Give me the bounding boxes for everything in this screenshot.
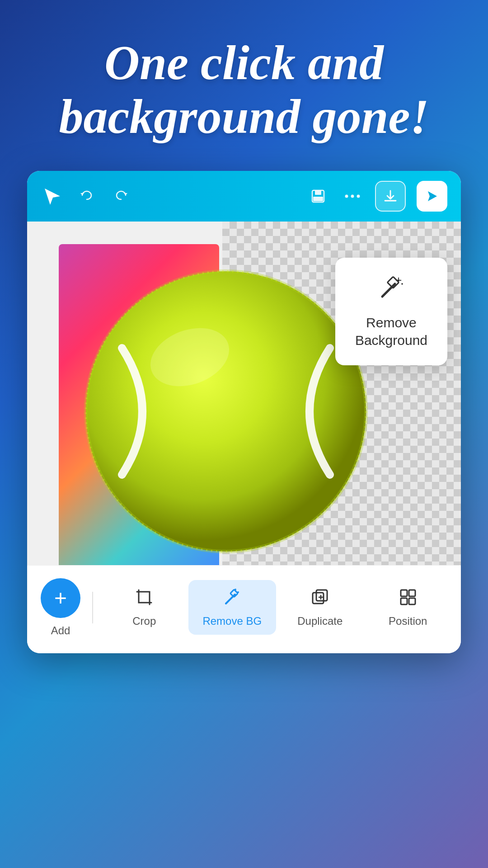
tennis-ball-image bbox=[72, 258, 380, 565]
svg-rect-31 bbox=[401, 598, 407, 604]
svg-point-16 bbox=[397, 279, 399, 281]
svg-point-26 bbox=[235, 589, 236, 590]
svg-marker-0 bbox=[45, 189, 60, 205]
svg-rect-4 bbox=[315, 190, 321, 195]
svg-rect-32 bbox=[409, 598, 415, 604]
app-toolbar bbox=[27, 171, 461, 222]
svg-point-21 bbox=[401, 283, 403, 285]
remove-bg-tool[interactable]: Remove BG bbox=[188, 580, 277, 635]
crop-tool[interactable]: Crop bbox=[100, 580, 188, 635]
svg-marker-2 bbox=[124, 193, 127, 195]
app-logo bbox=[41, 184, 64, 208]
crop-label: Crop bbox=[132, 615, 156, 627]
bottom-toolbar: + Add Crop bbox=[27, 565, 461, 653]
more-button[interactable] bbox=[341, 184, 364, 208]
svg-point-6 bbox=[345, 194, 348, 198]
redo-button[interactable] bbox=[109, 184, 133, 208]
hero-title-line1: One click and bbox=[104, 36, 384, 90]
add-label: Add bbox=[51, 624, 70, 637]
send-button[interactable] bbox=[417, 181, 447, 212]
svg-marker-9 bbox=[428, 191, 437, 201]
duplicate-tool[interactable]: Duplicate bbox=[276, 580, 364, 635]
hero-section: One click and background gone! bbox=[0, 0, 488, 171]
undo-button[interactable] bbox=[75, 184, 99, 208]
hero-title: One click and background gone! bbox=[27, 36, 461, 144]
svg-rect-27 bbox=[313, 593, 324, 604]
svg-point-7 bbox=[351, 194, 354, 198]
bottom-tools: Crop Remove BG bbox=[100, 580, 452, 635]
magic-wand-icon bbox=[378, 274, 405, 307]
svg-rect-28 bbox=[316, 590, 327, 601]
svg-point-22 bbox=[394, 283, 396, 285]
svg-line-14 bbox=[382, 284, 395, 297]
position-icon bbox=[398, 587, 418, 611]
svg-rect-30 bbox=[409, 590, 415, 596]
position-tool[interactable]: Position bbox=[364, 580, 452, 635]
remove-bg-tool-label: Remove BG bbox=[202, 615, 262, 627]
duplicate-icon bbox=[310, 587, 330, 611]
remove-bg-popup[interactable]: RemoveBackground bbox=[335, 258, 447, 365]
svg-rect-5 bbox=[313, 197, 323, 201]
remove-bg-icon bbox=[222, 587, 242, 611]
app-mockup: RemoveBackground + Add Crop bbox=[27, 171, 461, 653]
toolbar-divider bbox=[92, 592, 93, 623]
save-button[interactable] bbox=[306, 184, 330, 208]
add-button[interactable]: + bbox=[41, 578, 80, 618]
svg-point-8 bbox=[357, 194, 360, 198]
hero-title-line2: background gone! bbox=[59, 90, 429, 143]
crop-icon bbox=[134, 587, 154, 611]
duplicate-label: Duplicate bbox=[297, 615, 343, 627]
svg-point-25 bbox=[237, 591, 239, 593]
position-label: Position bbox=[389, 615, 427, 627]
download-button[interactable] bbox=[375, 181, 406, 212]
canvas-area: RemoveBackground bbox=[27, 222, 461, 565]
add-button-wrap: + Add bbox=[36, 578, 85, 637]
svg-marker-1 bbox=[80, 193, 84, 195]
remove-bg-label: RemoveBackground bbox=[355, 314, 427, 349]
svg-rect-29 bbox=[401, 590, 407, 596]
